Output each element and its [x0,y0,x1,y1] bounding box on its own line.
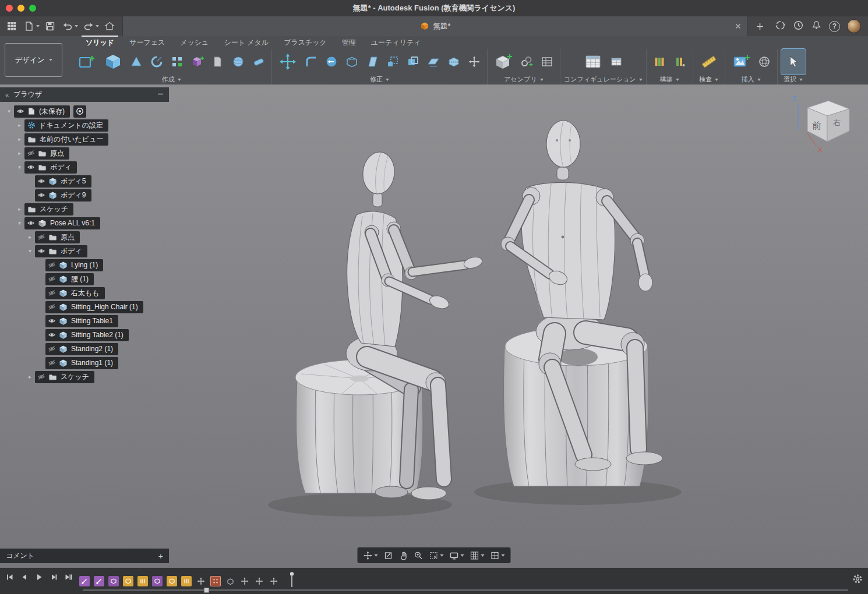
browser-row-pose-sketches[interactable]: スケッチ [0,370,169,384]
zoom-window-button[interactable] [29,5,36,12]
visibility-off-icon[interactable] [38,234,45,241]
box-icon[interactable] [101,49,125,75]
offset-plane-icon[interactable] [424,51,443,72]
combine-icon[interactable] [404,51,422,72]
document-tab[interactable]: 無題* [123,16,747,36]
undo-caret-icon[interactable] [75,25,78,27]
timeline-settings-gear-icon[interactable] [852,574,863,586]
play-button[interactable] [34,572,44,582]
browser-row-document-settings[interactable]: ドキュメントの設定 [0,118,169,132]
ribbon-group-assemble-label[interactable]: アセンブリ [504,75,543,84]
move-feature-icon[interactable] [196,576,206,586]
redo-button[interactable] [82,19,96,34]
visibility-off-icon[interactable] [48,303,55,310]
offset-face-icon[interactable] [322,51,341,72]
browser-row-pose-bodies[interactable]: ボディ [0,244,169,258]
loft-icon[interactable] [127,51,146,72]
revolve-icon[interactable] [147,51,166,72]
new-component-icon[interactable] [491,49,516,75]
scale-icon[interactable] [383,51,402,72]
visibility-on-icon[interactable] [48,317,55,324]
press-pull-icon[interactable] [276,49,300,75]
tab-manage[interactable]: 管理 [334,36,364,49]
browser-row-sitting-high-chair[interactable]: Sitting_High Chair (1) [0,300,169,314]
visibility-on-icon[interactable] [17,108,24,115]
browser-row-named-views[interactable]: 名前の付いたビュー [0,132,169,146]
sketch-feature-icon[interactable] [79,576,90,586]
configuration-table-icon[interactable] [581,49,605,75]
visibility-off-icon[interactable] [48,261,55,268]
expander-closed-icon[interactable] [15,206,24,212]
file-menu-caret-icon[interactable] [36,25,40,27]
capture-position-icon[interactable] [73,105,86,118]
visibility-off-icon[interactable] [48,359,55,366]
ribbon-group-configuration-label[interactable]: コンフィギュレーション [564,75,643,84]
close-window-button[interactable] [6,5,13,12]
move-feature-icon[interactable] [254,576,264,586]
measure-icon[interactable] [697,49,721,75]
step-forward-button[interactable] [48,572,59,582]
job-status-icon[interactable] [775,20,786,33]
new-tab-button[interactable] [751,18,768,34]
avatar[interactable] [847,19,861,33]
browser-row-lying[interactable]: Lying (1) [0,258,169,272]
expander-open-icon[interactable] [15,164,24,170]
browser-row-pose-all-component[interactable]: Pose ALL v6:1 [0,216,169,230]
minimize-browser-icon[interactable] [157,91,164,99]
ribbon-group-insert-label[interactable]: 挿入 [742,75,761,84]
tab-utilities[interactable]: ユーティリティ [364,36,429,49]
browser-row-body9[interactable]: ボディ9 [0,188,169,202]
browser-row-bodies[interactable]: ボディ [0,160,169,174]
visibility-on-icon[interactable] [38,192,45,199]
minimize-window-button[interactable] [17,5,24,12]
sphere-icon[interactable] [229,51,248,72]
timeline-scrubber-handle[interactable] [204,588,209,593]
timeline-track[interactable] [83,589,848,591]
create-form-icon[interactable] [188,51,207,72]
expander-closed-icon[interactable] [25,234,35,240]
form-feature-icon[interactable] [108,576,119,586]
expander-open-icon[interactable] [4,108,14,114]
grid-caret-icon[interactable] [481,554,485,557]
collapse-panel-icon[interactable] [5,91,8,98]
expander-closed-icon[interactable] [15,122,24,128]
selected-feature-icon[interactable] [210,576,221,586]
insert-mesh-icon[interactable] [755,51,774,72]
body-feature-icon[interactable] [225,576,235,586]
ribbon-group-select-label[interactable]: 選択 [784,75,803,84]
visibility-off-icon[interactable] [48,345,55,352]
timeline-position-marker[interactable] [288,571,296,591]
zoom-tool[interactable] [414,551,424,560]
configuration-row-icon[interactable] [607,51,626,72]
ribbon-group-inspect-label[interactable]: 検査 [699,75,718,84]
window-select-tool[interactable] [429,551,444,560]
construction-axis-icon[interactable] [671,51,689,72]
home-icon[interactable] [103,19,117,34]
visibility-off-icon[interactable] [48,289,55,296]
fillet-icon[interactable] [302,51,320,72]
pan-tool[interactable] [364,551,378,560]
insert-canvas-icon[interactable] [729,49,753,75]
move-feature-icon[interactable] [269,576,279,586]
visibility-on-icon[interactable] [38,178,45,185]
extrude-feature-icon[interactable] [167,576,177,586]
tab-mesh[interactable]: メッシュ [172,36,216,49]
expander-closed-icon[interactable] [15,136,24,142]
construction-plane-icon[interactable] [650,51,669,72]
create-sketch-icon[interactable] [75,49,99,75]
pattern-icon[interactable] [168,51,186,72]
display-caret-icon[interactable] [461,554,464,557]
draft-icon[interactable] [363,51,382,72]
derive-icon[interactable] [209,51,227,72]
bom-table-icon[interactable] [538,51,556,72]
redo-caret-icon[interactable] [96,25,99,27]
visibility-off-icon[interactable] [48,275,55,282]
add-comment-icon[interactable] [158,551,163,561]
tab-surface[interactable]: サーフェス [122,36,172,49]
save-button[interactable] [43,19,57,34]
joint-icon[interactable] [517,51,536,72]
browser-row-pose-origin[interactable]: 原点 [0,230,169,244]
help-icon[interactable]: ? [829,21,840,32]
extrude-lines-feature-icon[interactable] [137,576,148,586]
expander-closed-icon[interactable] [25,374,35,380]
